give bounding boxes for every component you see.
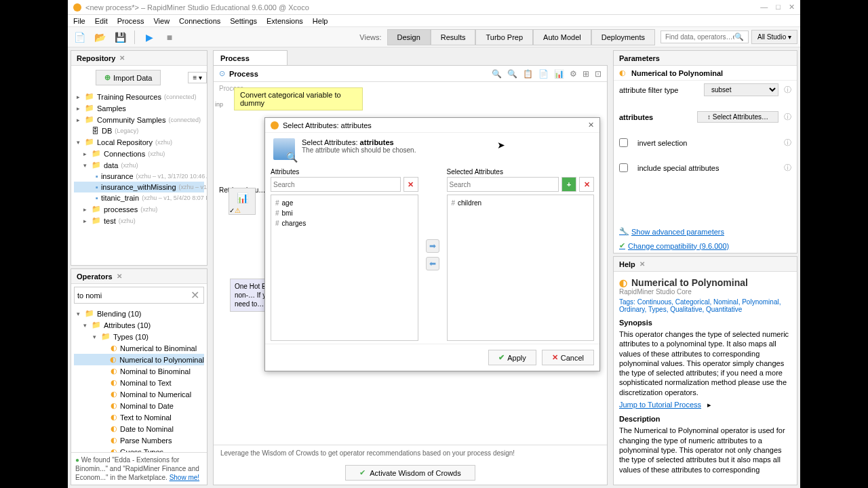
run-button[interactable]: ▶ <box>140 29 158 45</box>
zoom-in-icon[interactable]: 🔍 <box>507 69 517 79</box>
tree-item[interactable]: ▪insurance (xzhu – v1, 3/17/20 10:46 AM … <box>74 171 204 182</box>
tree-item[interactable]: ◐Parse Numbers <box>74 434 204 446</box>
save-button[interactable]: 💾 <box>111 29 129 45</box>
process-tab[interactable]: Process <box>213 50 288 65</box>
tree-item[interactable]: ▸📁Connections (xzhu) <box>74 148 204 159</box>
tree-item[interactable]: ◐Guess Types <box>74 446 204 452</box>
tool-icon[interactable]: ⚙ <box>570 69 577 79</box>
tutorial-link[interactable]: Jump to Tutorial Process <box>619 401 701 409</box>
tool-icon[interactable]: 📊 <box>554 69 564 79</box>
breadcrumb[interactable]: Process <box>229 70 258 78</box>
canvas-note[interactable]: Convert categorical variable to dummy <box>234 87 363 110</box>
add-button[interactable]: + <box>561 177 576 192</box>
help-tags[interactable]: Tags: Continuous, Categorical, Nominal, … <box>619 298 791 313</box>
zoom-out-icon[interactable]: 🔍 <box>492 69 502 79</box>
tab-turbo-prep[interactable]: Turbo Prep <box>475 29 533 45</box>
info-icon[interactable]: ⓘ <box>784 138 791 148</box>
tool-icon[interactable]: 📋 <box>523 69 533 79</box>
repo-menu-button[interactable]: ≡ ▾ <box>188 72 207 83</box>
close-icon[interactable]: ✕ <box>117 272 122 280</box>
tree-item[interactable]: ▾📁Attributes (10) <box>74 319 204 331</box>
tree-item[interactable]: ◐Nominal to Numerical <box>74 388 204 400</box>
import-data-button[interactable]: ⊕Import Data <box>96 70 161 85</box>
search-icon[interactable]: 🔍 <box>734 33 744 41</box>
operator-node[interactable]: 📊✓⚠ <box>229 188 256 215</box>
clear-selected-button[interactable]: ✕ <box>579 177 594 192</box>
close-icon[interactable]: ✕ <box>119 54 125 62</box>
activate-wisdom-button[interactable]: ✔Activate Wisdom of Crowds <box>345 465 475 481</box>
compat-link[interactable]: Change compatibility (9.6.000) <box>628 242 729 250</box>
close-icon[interactable]: ✕ <box>639 260 645 268</box>
tree-item[interactable]: ◐Nominal to Date <box>74 400 204 411</box>
tree-item[interactable]: ◐Nominal to Binominal <box>74 365 204 377</box>
list-item[interactable]: # age <box>274 198 415 208</box>
menu-file[interactable]: File <box>73 17 85 25</box>
open-button[interactable]: 📂 <box>91 29 108 45</box>
list-item[interactable]: # children <box>450 198 591 208</box>
show-me-link[interactable]: Show me! <box>170 474 199 481</box>
global-search-input[interactable] <box>665 33 734 41</box>
stop-button[interactable]: ■ <box>161 29 178 45</box>
tree-item[interactable]: ▾📁Types (10) <box>74 331 204 342</box>
invert-checkbox[interactable] <box>619 138 628 147</box>
tab-deployments[interactable]: Deployments <box>591 29 655 45</box>
tree-item[interactable]: ◐Text to Nominal <box>74 411 204 423</box>
move-right-button[interactable]: ➡ <box>426 239 439 253</box>
menu-settings[interactable]: Settings <box>230 17 257 25</box>
available-list[interactable]: # age# bmi# charges <box>271 195 418 341</box>
info-icon[interactable]: ⓘ <box>784 163 791 173</box>
selected-search-input[interactable] <box>447 177 559 192</box>
maximize-button[interactable]: □ <box>776 3 781 12</box>
close-button[interactable]: ✕ <box>789 3 795 12</box>
cancel-button[interactable]: ✕Cancel <box>542 350 594 365</box>
tree-item[interactable]: ▪titanic_train (xzhu – v1, 5/4/20 8:07 P… <box>74 192 204 203</box>
menu-process[interactable]: Process <box>117 17 144 25</box>
dialog-icon <box>271 121 279 129</box>
tab-auto-model[interactable]: Auto Model <box>533 29 591 45</box>
tab-results[interactable]: Results <box>431 29 476 45</box>
move-left-button[interactable]: ⬅ <box>426 257 439 270</box>
clear-icon[interactable]: ✕ <box>188 289 202 302</box>
menu-extensions[interactable]: Extensions <box>267 17 303 25</box>
tree-item[interactable]: ◐Date to Nominal <box>74 423 204 434</box>
tree-item[interactable]: ▸📁Training Resources (connected) <box>74 91 204 102</box>
tool-icon[interactable]: ⊡ <box>595 69 601 79</box>
menu-connections[interactable]: Connections <box>179 17 220 25</box>
list-item[interactable]: # bmi <box>274 208 415 218</box>
list-item[interactable]: # charges <box>274 218 415 228</box>
tree-item[interactable]: ▸📁Samples <box>74 102 204 114</box>
search-scope[interactable]: All Studio ▾ <box>751 30 797 44</box>
info-icon[interactable]: ⓘ <box>784 112 791 122</box>
tool-icon[interactable]: 📄 <box>538 69 549 79</box>
tree-item[interactable]: ◐Nominal to Text <box>74 377 204 388</box>
tree-item[interactable]: ▸📁test (xzhu) <box>74 215 204 226</box>
filter-type-select[interactable]: subset <box>704 83 778 96</box>
menu-view[interactable]: View <box>153 17 170 25</box>
operator-search-input[interactable] <box>76 290 188 301</box>
info-icon[interactable]: ⓘ <box>784 85 791 95</box>
tree-item[interactable]: ▾📁Local Repository (xzhu) <box>74 136 204 148</box>
global-search[interactable]: 🔍 <box>660 30 749 43</box>
tab-design[interactable]: Design <box>387 29 431 45</box>
available-search-input[interactable] <box>271 177 401 192</box>
dialog-close-button[interactable]: ✕ <box>588 121 594 129</box>
tree-item[interactable]: ▸📁Community Samples (connected) <box>74 114 204 125</box>
menu-help[interactable]: Help <box>313 17 328 25</box>
tree-item[interactable]: ▾📁Blending (10) <box>74 308 204 319</box>
new-button[interactable]: 📄 <box>71 29 88 45</box>
advanced-link[interactable]: Show advanced parameters <box>631 228 724 236</box>
selected-list[interactable]: # children <box>447 195 595 341</box>
include-special-checkbox[interactable] <box>619 163 628 172</box>
select-attributes-button[interactable]: ↕ Select Attributes… <box>697 111 778 123</box>
tree-item[interactable]: ▪insurance_withMissing (xzhu – v1, 5/28/… <box>74 182 204 192</box>
clear-available-button[interactable]: ✕ <box>403 177 418 192</box>
tree-item[interactable]: ◐Numerical to Polynominal <box>74 354 204 365</box>
tree-item[interactable]: 🗄DB (Legacy) <box>74 125 204 136</box>
apply-button[interactable]: ✔Apply <box>488 350 536 365</box>
tool-icon[interactable]: ⊞ <box>583 69 589 79</box>
tree-item[interactable]: ▾📁data (xzhu) <box>74 159 204 171</box>
minimize-button[interactable]: — <box>760 3 768 12</box>
menu-edit[interactable]: Edit <box>95 17 108 25</box>
tree-item[interactable]: ◐Numerical to Binominal <box>74 342 204 354</box>
tree-item[interactable]: ▸📁processes (xzhu) <box>74 203 204 215</box>
